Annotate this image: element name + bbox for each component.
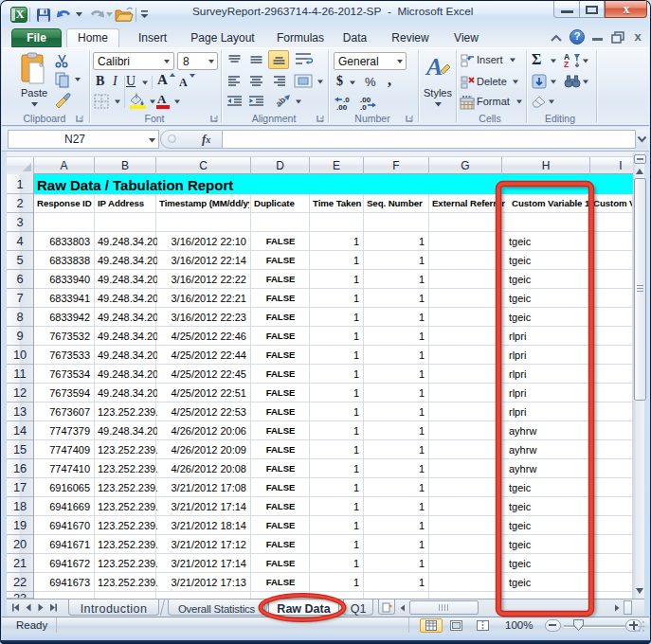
svg-text:A: A (425, 53, 443, 80)
svg-text:Z: Z (564, 60, 569, 68)
svg-text:.0: .0 (360, 103, 367, 111)
svg-text:.00: .00 (336, 103, 348, 111)
